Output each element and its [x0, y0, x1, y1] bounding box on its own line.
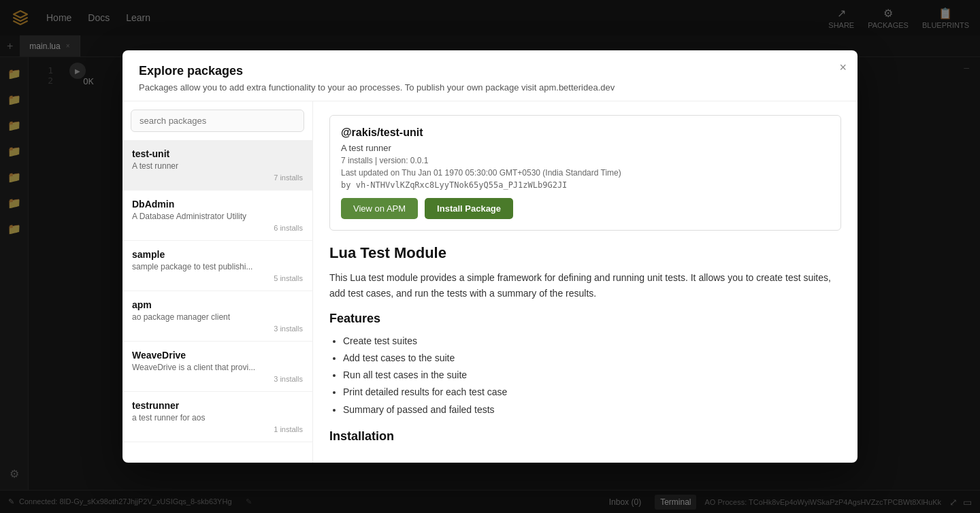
package-list: test-unit A test runner 7 installs DbAdm…	[122, 140, 312, 463]
install-package-button[interactable]: Install Package	[425, 198, 513, 219]
list-item[interactable]: testrunner a test runner for aos 1 insta…	[122, 392, 312, 442]
package-tagline: A test runner	[341, 143, 830, 153]
modal-body: test-unit A test runner 7 installs DbAdm…	[122, 101, 858, 463]
package-meta-installs: 7 installs | version: 0.0.1	[341, 156, 830, 165]
package-readme: Lua Test Module This Lua test module pro…	[329, 244, 841, 449]
list-item[interactable]: apm ao package manager client 3 installs	[122, 291, 312, 342]
modal-title: Explore packages	[139, 64, 841, 78]
installation-title: Installation	[329, 429, 841, 444]
modal-close-button[interactable]: ×	[839, 61, 847, 73]
features-title: Features	[329, 312, 841, 326]
list-item[interactable]: DbAdmin A Database Administrator Utility…	[122, 191, 312, 241]
list-item: Print detailed results for each test cas…	[343, 384, 841, 401]
readme-title: Lua Test Module	[329, 244, 841, 262]
package-meta-date: Last updated on Thu Jan 01 1970 05:30:00…	[341, 168, 830, 178]
package-detail-panel: @rakis/test-unit A test runner 7 install…	[313, 101, 858, 463]
search-input[interactable]	[131, 110, 304, 132]
modal-subtitle: Packages allow you to add extra function…	[139, 82, 841, 93]
list-item[interactable]: WeaveDrive WeaveDrive is a client that p…	[122, 342, 312, 392]
explore-packages-modal: Explore packages Packages allow you to a…	[122, 50, 858, 463]
package-full-name: @rakis/test-unit	[341, 127, 830, 139]
view-on-apm-button[interactable]: View on APM	[341, 198, 418, 219]
package-header-card: @rakis/test-unit A test runner 7 install…	[329, 115, 841, 231]
list-item[interactable]: sample sample package to test publishi..…	[122, 241, 312, 291]
package-list-panel: test-unit A test runner 7 installs DbAdm…	[122, 101, 313, 463]
modal-overlay: Explore packages Packages allow you to a…	[0, 0, 980, 513]
list-item: Summary of passed and failed tests	[343, 401, 841, 418]
features-list: Create test suites Add test cases to the…	[329, 333, 841, 418]
list-item[interactable]: test-unit A test runner 7 installs	[122, 140, 312, 191]
list-item: Create test suites	[343, 333, 841, 350]
package-meta-hash: by vh-NTHVvlKZqRxc8LyyTNok65yQ55a_PJ1zWL…	[341, 180, 830, 190]
list-item: Run all test cases in the suite	[343, 367, 841, 384]
readme-body: This Lua test module provides a simple f…	[329, 270, 841, 301]
list-item: Add test cases to the suite	[343, 350, 841, 367]
package-actions: View on APM Install Package	[341, 198, 830, 219]
modal-header: Explore packages Packages allow you to a…	[122, 50, 858, 101]
